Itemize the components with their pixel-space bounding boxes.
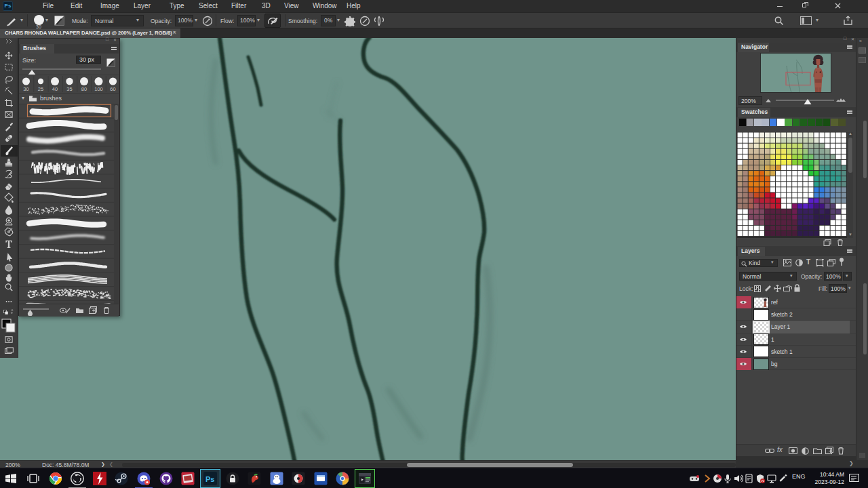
svg-text:Ps: Ps [205, 475, 214, 483]
